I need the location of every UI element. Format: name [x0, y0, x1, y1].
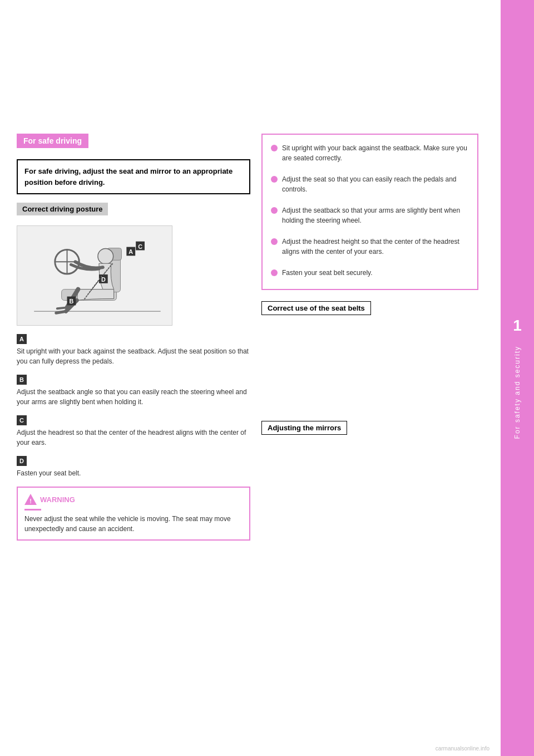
warning-text: Never adjust the seat while the vehicle … — [24, 514, 243, 534]
label-a-letter: A — [17, 334, 27, 344]
warning-title: WARNING — [40, 495, 75, 504]
for-safe-driving-header: For safe driving — [17, 134, 88, 148]
bullet-text-4: Adjust the headrest height so that the c… — [282, 237, 469, 257]
svg-text:B: B — [70, 298, 74, 305]
adjusting-mirrors-header: Adjusting the mirrors — [261, 421, 347, 435]
label-a-block: A Sit upright with your back against the… — [17, 334, 250, 366]
bullet-dot-4 — [271, 238, 278, 245]
label-a-text: Sit upright with your back against the s… — [17, 346, 250, 366]
sidebar-label: For safety and security — [513, 346, 521, 439]
right-sidebar: 1 For safety and security — [501, 0, 534, 756]
sidebar-chapter-number: 1 — [513, 317, 522, 335]
left-column: For safe driving For safe driving, adjus… — [17, 11, 256, 745]
mirrors-content-area — [261, 446, 478, 513]
label-b-block: B Adjust the seatback angle so that you … — [17, 375, 250, 407]
bullet-dot-5 — [271, 269, 278, 276]
bullet-item-3: Adjust the seatback so that your arms ar… — [271, 205, 469, 225]
label-c-block: C Adjust the headrest so that the center… — [17, 415, 250, 448]
warning-box: ! WARNING Never adjust the seat while th… — [17, 487, 250, 541]
info-box: For safe driving, adjust the seat and mi… — [17, 159, 250, 194]
correct-use-seat-belts-header: Correct use of the seat belts — [261, 301, 371, 315]
label-b-letter: B — [17, 375, 27, 385]
bullet-text-1: Sit upright with your back against the s… — [282, 143, 469, 163]
bullet-dot-2 — [271, 176, 278, 183]
bullet-item-4: Adjust the headrest height so that the c… — [271, 237, 469, 257]
right-column: Sit upright with your back against the s… — [256, 11, 478, 745]
label-d-block: D Fasten your seat belt. — [17, 456, 250, 478]
bullet-item-1: Sit upright with your back against the s… — [271, 143, 469, 163]
seat-belts-content-area — [261, 332, 478, 421]
label-c-letter: C — [17, 415, 27, 425]
bullet-text-3: Adjust the seatback so that your arms ar… — [282, 205, 469, 225]
bullet-item-2: Adjust the seat so that you can easily r… — [271, 174, 469, 194]
bullet-dot-3 — [271, 207, 278, 214]
label-b-text: Adjust the seatback angle so that you ca… — [17, 387, 250, 407]
seat-diagram-svg: A B C D — [17, 226, 172, 325]
page-container: For safe driving For safe driving, adjus… — [0, 0, 534, 756]
driving-posture-image: A B C D — [17, 225, 172, 326]
main-content: For safe driving For safe driving, adjus… — [0, 0, 501, 756]
watermark: carmanualsonline.info — [436, 745, 490, 752]
label-d-text: Fasten your seat belt. — [17, 468, 250, 478]
bullet-points-box: Sit upright with your back against the s… — [261, 134, 478, 290]
svg-point-5 — [98, 249, 113, 264]
bullet-item-5: Fasten your seat belt securely. — [271, 268, 469, 278]
svg-text:C: C — [138, 243, 142, 250]
label-d-letter: D — [17, 456, 27, 466]
warning-triangle-icon: ! — [29, 498, 32, 504]
bullet-text-5: Fasten your seat belt securely. — [282, 268, 373, 278]
info-box-text: For safe driving, adjust the seat and mi… — [24, 167, 233, 186]
correct-driving-posture-header: Correct driving posture — [17, 203, 108, 215]
warning-header: ! WARNING — [24, 493, 243, 505]
bullet-dot-1 — [271, 145, 278, 151]
svg-rect-0 — [18, 226, 172, 325]
svg-text:A: A — [128, 248, 133, 255]
bullet-text-2: Adjust the seat so that you can easily r… — [282, 174, 469, 194]
label-c-text: Adjust the headrest so that the center o… — [17, 428, 250, 448]
